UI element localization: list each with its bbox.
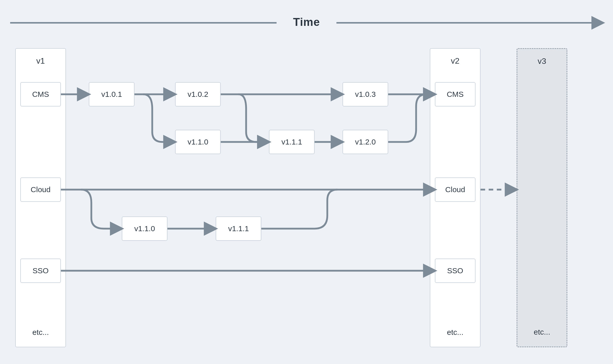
column-v1-etc: etc... (16, 328, 65, 337)
column-v2-etc: etc... (430, 328, 480, 337)
cms-v120: v1.2.0 (343, 130, 388, 154)
arrow-v120-to-v2cms (388, 94, 435, 142)
cloud-v110: v1.1.0 (122, 216, 167, 241)
arrow-v102-to-v111 (239, 94, 269, 142)
column-v1-title: v1 (16, 49, 65, 68)
cms-v103: v1.0.3 (343, 82, 388, 106)
cloud-v111: v1.1.1 (216, 216, 261, 241)
column-v2-title: v2 (430, 49, 480, 68)
cms-v111: v1.1.1 (269, 130, 315, 154)
v2-item-cloud: Cloud (435, 177, 475, 202)
column-v3: v3 etc... (517, 48, 567, 347)
v2-item-sso: SSO (435, 259, 475, 283)
axis-time-label: Time (0, 16, 613, 28)
v1-item-cloud: Cloud (20, 177, 61, 202)
v2-item-cms: CMS (435, 82, 475, 106)
column-v3-etc: etc... (517, 328, 567, 336)
v1-item-sso: SSO (20, 259, 61, 283)
arrow-cloud-to-v110 (81, 190, 122, 229)
cms-v102: v1.0.2 (175, 82, 221, 106)
arrow-v101-to-v110 (143, 94, 175, 142)
arrow-cloudv111-merge (261, 190, 337, 229)
cms-v110: v1.1.0 (175, 130, 221, 154)
column-v3-title: v3 (517, 49, 567, 68)
cms-v101: v1.0.1 (89, 82, 134, 106)
v1-item-cms: CMS (20, 82, 61, 106)
diagram-root: Time v1 etc... CMS Cloud SSO v2 etc... C… (0, 0, 613, 364)
